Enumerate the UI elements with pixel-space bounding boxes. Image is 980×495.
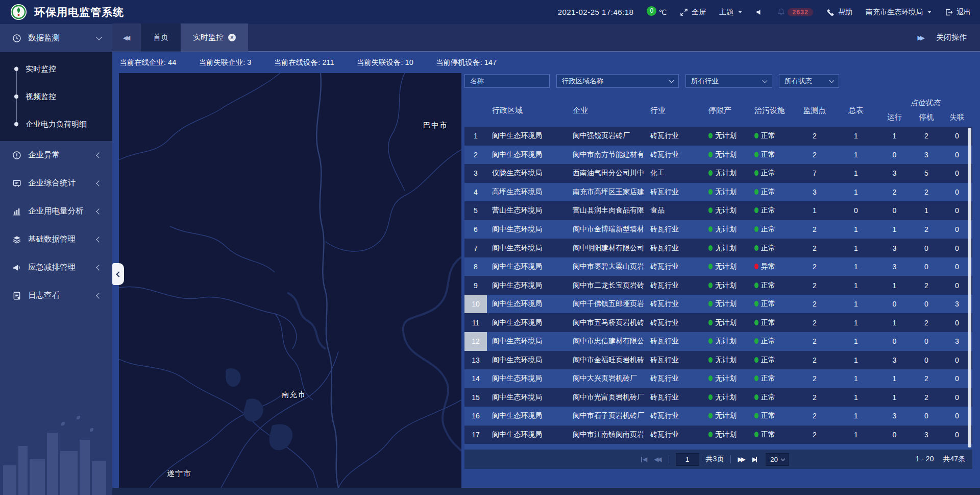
table-row[interactable]: 17阆中生态环境局阆中市江南镇阆南页岩砖瓦行业无计划正常21030: [464, 426, 972, 444]
org-account-menu[interactable]: 南充市生态环境局: [866, 8, 932, 17]
main-content: ◀◀ 首页实时监控× ▶▶ 关闭操作 当前在线企业: 44当前失联企业: 3当前…: [112, 24, 980, 495]
map-pin-icon[interactable]: [272, 227, 282, 238]
table-row[interactable]: 9阆中生态环境局阆中市二龙长宝页岩砖砖瓦行业无计划正常21120: [464, 276, 972, 295]
map-pin-icon[interactable]: [203, 173, 213, 183]
sidebar-item-base-data[interactable]: 基础数据管理: [0, 225, 112, 253]
table-row[interactable]: 5营山生态环境局营山县润丰肉食品有限食品无计划正常10010: [464, 201, 972, 220]
row-index: 5: [464, 201, 487, 220]
table-row[interactable]: 15阆中生态环境局阆中市光富页岩机砖厂砖瓦行业无计划正常21120: [464, 388, 972, 407]
column-group-header: 点位状态: [878, 98, 972, 108]
table-row[interactable]: 13阆中生态环境局阆中市金福旺页岩机砖砖瓦行业无计划正常21300: [464, 351, 972, 370]
map[interactable]: 巴中市南充市遂宁市: [119, 73, 461, 488]
table-row[interactable]: 3仪陇生态环境局西南油气田分公司川中化工无计划正常71350: [464, 164, 972, 183]
cell-industry: 砖瓦行业: [645, 337, 703, 346]
cell-company: 营山县润丰肉食品有限: [568, 206, 645, 215]
table-row[interactable]: 12阆中生态环境局阆中市忠信建材有限公砖瓦行业无计划正常21003: [464, 332, 972, 351]
divider: [669, 455, 669, 463]
table-row[interactable]: 7阆中生态环境局阆中明阳建材有限公司砖瓦行业无计划正常21300: [464, 239, 972, 257]
sidebar-item-emergency-reduction[interactable]: 应急减排管理: [0, 253, 112, 281]
map-pin-icon[interactable]: [252, 226, 262, 236]
notification-button[interactable]: 2632: [777, 8, 813, 16]
status-stat: 当前失联设备: 10: [357, 58, 413, 67]
cell-points: 2: [795, 393, 834, 402]
sidebar-item-data-monitoring[interactable]: 数据监测: [0, 24, 112, 52]
tab-close-icon[interactable]: ×: [228, 34, 236, 41]
sidebar-item-company-stats[interactable]: 企业综合统计: [0, 169, 112, 197]
table-row[interactable]: 6阆中生态环境局阆中市金博瑞新型墙材砖瓦行业无计划正常21120: [464, 220, 972, 239]
cell-run: 0: [878, 206, 911, 215]
mute-button[interactable]: [755, 8, 764, 16]
table-row[interactable]: 11阆中生态环境局阆中市五马桥页岩机砖砖瓦行业无计划正常21120: [464, 313, 972, 332]
fullscreen-button[interactable]: 全屏: [680, 8, 706, 17]
row-index: 9: [464, 276, 487, 295]
region-select[interactable]: 行政区域名称: [556, 74, 679, 88]
stat-value: 147: [484, 58, 497, 66]
cell-limit-status: 无计划: [703, 225, 749, 234]
map-pin-icon[interactable]: [230, 175, 240, 185]
sidebar-item-company-abnormal[interactable]: 企业异常: [0, 141, 112, 169]
table-row[interactable]: 18南部生态环境局南部县砌兴上河有限公建材加工无计划正常60060: [464, 444, 972, 450]
tabs-scroll-right-button[interactable]: ▶▶: [914, 23, 927, 52]
map-pin-icon[interactable]: [258, 168, 268, 178]
page-size-select[interactable]: 20: [766, 453, 789, 466]
temperature-unit: ℃: [658, 8, 667, 16]
industry-select[interactable]: 所有行业: [685, 74, 772, 88]
table-row[interactable]: 4高坪生态环境局南充市高坪区王家店建砖瓦行业无计划正常31220: [464, 183, 972, 202]
cell-points: 2: [795, 356, 834, 364]
logout-button[interactable]: 退出: [945, 8, 971, 17]
map-pin-icon[interactable]: [295, 171, 305, 181]
map-pin-icon[interactable]: [290, 403, 301, 413]
last-page-button[interactable]: ▶: [752, 456, 759, 463]
cell-industry: 化工: [645, 169, 703, 178]
name-search-input[interactable]: [464, 74, 550, 88]
theme-menu[interactable]: 主题: [719, 8, 742, 17]
table-scrollbar-thumb[interactable]: [968, 128, 971, 447]
help-button[interactable]: 帮助: [826, 8, 852, 17]
sidebar: 数据监测实时监控视频监控企业电力负荷明细企业异常企业综合统计企业用电量分析基础数…: [0, 24, 112, 495]
table-row[interactable]: 10阆中生态环境局阆中千佛镇五郎垭页岩砖瓦行业无计划正常21003: [464, 295, 972, 314]
cell-limit-status: 无计划: [703, 244, 749, 253]
sidebar-item-power-analysis[interactable]: 企业用电量分析: [0, 197, 112, 225]
log-icon: [12, 291, 21, 300]
status-dot-green: [708, 338, 713, 344]
tabs-scroll-left-button[interactable]: ◀◀: [112, 23, 141, 52]
sidebar-collapse-handle[interactable]: [112, 263, 124, 285]
cell-industry: 砖瓦行业: [645, 318, 703, 327]
cell-points: 7: [795, 169, 834, 177]
map-pin-icon[interactable]: [252, 201, 262, 211]
table-row[interactable]: 1阆中生态环境局阆中强锐页岩砖厂砖瓦行业无计划正常21120: [464, 127, 972, 146]
map-pin-icon[interactable]: [287, 231, 297, 242]
status-text: 正常: [761, 299, 775, 308]
tab-home[interactable]: 首页: [141, 23, 181, 52]
next-page-button[interactable]: ▶▶: [738, 456, 745, 463]
cell-facility-status: 正常: [749, 449, 795, 450]
row-index: 2: [464, 146, 487, 164]
first-page-button[interactable]: ◀: [641, 456, 647, 463]
status-text: 正常: [761, 356, 775, 364]
table-row[interactable]: 14阆中生态环境局阆中大兴页岩机砖厂砖瓦行业无计划正常21120: [464, 369, 972, 388]
status-dot-green: [708, 301, 713, 307]
close-operations-menu[interactable]: 关闭操作: [936, 33, 967, 42]
map-pin-icon[interactable]: [285, 247, 296, 257]
table-row[interactable]: 2阆中生态环境局阆中市南方节能建材有砖瓦行业无计划正常21030: [464, 146, 972, 164]
row-index: 18: [464, 444, 487, 450]
sidebar-item-log-view[interactable]: 日志查看: [0, 281, 112, 310]
map-pin-icon[interactable]: [333, 152, 343, 162]
top-bar-actions: 2021-02-25 17:46:18 0 ℃ 全屏 主题 2632 帮助: [558, 8, 971, 17]
cell-run: 3: [878, 263, 911, 271]
map-pin-icon[interactable]: [396, 320, 406, 331]
map-pin-icon[interactable]: [285, 193, 295, 203]
tab-realtime[interactable]: 实时监控×: [181, 23, 248, 52]
chevron-left-icon: [96, 208, 102, 214]
sidebar-subitem-realtime-monitor[interactable]: 实时监控: [0, 55, 112, 83]
status-select[interactable]: 所有状态: [779, 74, 839, 88]
table-row[interactable]: 8阆中生态环境局阆中市枣碧大梁山页岩砖瓦行业无计划异常21300: [464, 257, 972, 276]
cell-region: 阆中生态环境局: [487, 150, 568, 159]
map-pin-icon[interactable]: [447, 227, 457, 237]
status-dot-green: [754, 189, 758, 195]
previous-page-button[interactable]: ◀◀: [654, 456, 662, 463]
sidebar-subitem-video-monitor[interactable]: 视频监控: [0, 83, 112, 110]
page-number-input[interactable]: [676, 453, 699, 466]
sidebar-subitem-power-load-detail[interactable]: 企业电力负荷明细: [0, 110, 112, 138]
table-row[interactable]: 16阆中生态环境局阆中市石子页岩机砖厂砖瓦行业无计划正常21300: [464, 407, 972, 426]
